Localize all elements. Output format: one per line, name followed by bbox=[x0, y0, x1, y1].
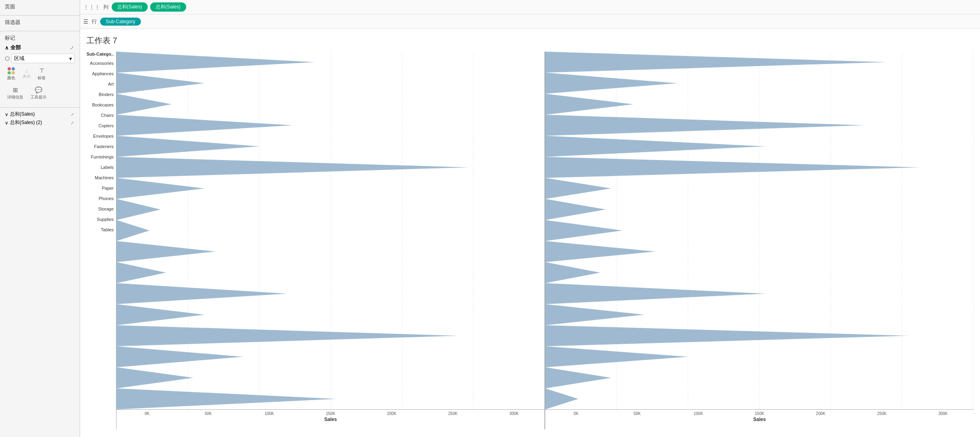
y-label: Appliances bbox=[86, 68, 116, 79]
x-tick: 50K bbox=[606, 411, 668, 416]
x-tick: 150K bbox=[300, 411, 361, 416]
y-label: Art bbox=[86, 79, 116, 89]
line-icon-1: ⟋ bbox=[70, 112, 75, 117]
y-label: Chairs bbox=[86, 110, 116, 120]
chevron-down-icon-1: ∨ bbox=[5, 112, 8, 117]
x-tick: 0K bbox=[116, 411, 178, 416]
marks-label: 标记 bbox=[5, 34, 75, 42]
detail-button[interactable]: ⊞ 详细信息 bbox=[5, 85, 26, 102]
filter-label: 筛选器 bbox=[5, 19, 75, 26]
measure1-row: ∨ 总和(Sales) ⟋ bbox=[5, 111, 75, 118]
x-tick: 300K bbox=[912, 411, 974, 416]
y-label: Labels bbox=[86, 162, 116, 172]
y-label: Tables bbox=[86, 225, 116, 235]
tag-button[interactable]: ⊤ 标签 bbox=[35, 66, 48, 82]
row-pill-1[interactable]: Sub-Category bbox=[100, 18, 141, 26]
chevron-up-icon: ∧ bbox=[5, 45, 9, 51]
y-axis-header: Sub-Catego.. bbox=[86, 52, 116, 56]
chevron-down-icon-2: ∨ bbox=[5, 120, 8, 126]
y-label: Binders bbox=[86, 89, 116, 100]
row-label: 行 bbox=[92, 18, 97, 25]
x-tick: 100K bbox=[668, 411, 729, 416]
y-label: Storage bbox=[86, 204, 116, 214]
x-tick: 150K bbox=[729, 411, 790, 416]
worksheet-title: 工作表 7 bbox=[86, 35, 974, 46]
y-label: Bookcases bbox=[86, 100, 116, 110]
row-icon: ☰ bbox=[83, 18, 88, 25]
y-label: Copiers bbox=[86, 120, 116, 131]
measure2-item[interactable]: ∨ 总和(Sales) (2) bbox=[5, 119, 42, 126]
y-label: Accessories bbox=[86, 58, 116, 68]
line-icon-2: ⟋ bbox=[70, 120, 75, 126]
x-tick: 100K bbox=[239, 411, 300, 416]
x-tick: 250K bbox=[851, 411, 912, 416]
x-tick: 200K bbox=[790, 411, 851, 416]
x-tick: 300K bbox=[484, 411, 545, 416]
measure1-item[interactable]: ∨ 总和(Sales) bbox=[5, 111, 35, 118]
marks-section: 标记 ∧ 全部 ⟋ ⬡ 区域 ▾ bbox=[0, 31, 80, 107]
x-ticks-1: 0K50K100K150K200K250K300K bbox=[116, 410, 545, 416]
y-label: Phones bbox=[86, 193, 116, 204]
marks-all-row: ∧ 全部 ⟋ bbox=[5, 44, 75, 51]
measures-section: ∨ 总和(Sales) ⟋ ∨ 总和(Sales) (2) ⟋ bbox=[0, 107, 80, 131]
chart1-canvas-svg bbox=[116, 52, 545, 409]
x-tick: 250K bbox=[422, 411, 484, 416]
y-label: Envelopes bbox=[86, 131, 116, 141]
column-shelf: ⋮⋮⋮ 列 总和(Sales) 总和(Sales) bbox=[80, 0, 980, 14]
full-chart: Sub-Catego.. AccessoriesAppliancesArtBin… bbox=[86, 52, 974, 429]
col-pill-2[interactable]: 总和(Sales) bbox=[150, 2, 186, 12]
x-tick: 50K bbox=[178, 411, 239, 416]
chart-area: 工作表 7 Sub-Catego.. AccessoriesAppliances… bbox=[80, 29, 980, 437]
y-labels: AccessoriesAppliancesArtBindersBookcases… bbox=[86, 58, 116, 235]
measure2-row: ∨ 总和(Sales) (2) ⟋ bbox=[5, 119, 75, 126]
x-label-2: Sales bbox=[545, 417, 974, 422]
area-row: ⬡ 区域 ▾ bbox=[5, 54, 75, 63]
y-label: Paper bbox=[86, 183, 116, 193]
chart-1-svg bbox=[116, 52, 545, 409]
chart-2: 0K50K100K150K200K250K300K Sales bbox=[545, 52, 974, 429]
col-label: 列 bbox=[103, 4, 108, 11]
area-select[interactable]: 区域 ▾ bbox=[11, 54, 75, 63]
marks-icons-row: 颜色 ⬡ 大小 ⊤ 标签 bbox=[5, 66, 75, 82]
color-button[interactable]: 颜色 bbox=[5, 66, 18, 82]
y-label: Furnishings bbox=[86, 152, 116, 162]
x-tick: 0K bbox=[545, 411, 606, 416]
page-section: 页面 bbox=[0, 0, 80, 16]
charts-container: 0K50K100K150K200K250K300K Sales 0K50K100… bbox=[116, 52, 974, 429]
chart-1: 0K50K100K150K200K250K300K Sales bbox=[116, 52, 545, 429]
col-pill-1[interactable]: 总和(Sales) bbox=[112, 2, 148, 12]
y-label: Machines bbox=[86, 172, 116, 183]
filter-section: 筛选器 bbox=[0, 16, 80, 31]
chart-2-svg bbox=[545, 52, 974, 409]
marks-all-label[interactable]: ∧ 全部 bbox=[5, 44, 21, 51]
y-label: Supplies bbox=[86, 214, 116, 225]
row-shelf: ☰ 行 Sub-Category bbox=[80, 14, 980, 29]
x-axis-1: 0K50K100K150K200K250K300K Sales bbox=[116, 409, 545, 429]
line-chart-icon: ⟋ bbox=[69, 44, 75, 51]
page-label: 页面 bbox=[5, 3, 75, 10]
marks-icons-row-2: ⊞ 详细信息 💬 工具提示 bbox=[5, 85, 75, 102]
dropdown-icon: ▾ bbox=[69, 56, 72, 62]
size-button[interactable]: ⬡ 大小 bbox=[20, 68, 33, 81]
main-content: ⋮⋮⋮ 列 总和(Sales) 总和(Sales) ☰ 行 Sub-Catego… bbox=[80, 0, 980, 437]
x-label-1: Sales bbox=[116, 417, 545, 422]
y-axis: Sub-Catego.. AccessoriesAppliancesArtBin… bbox=[86, 52, 116, 429]
tooltip-button[interactable]: 💬 工具提示 bbox=[28, 85, 49, 102]
x-axis-2: 0K50K100K150K200K250K300K Sales bbox=[545, 409, 974, 429]
x-ticks-2: 0K50K100K150K200K250K300K bbox=[545, 410, 974, 416]
x-tick: 200K bbox=[361, 411, 422, 416]
y-label: Fasteners bbox=[86, 141, 116, 152]
col-icon: ⋮⋮⋮ bbox=[83, 4, 100, 10]
chart2-canvas-svg bbox=[545, 52, 974, 409]
sidebar: 页面 筛选器 标记 ∧ 全部 ⟋ ⬡ 区域 ▾ bbox=[0, 0, 80, 437]
area-icon: ⬡ bbox=[5, 55, 10, 62]
